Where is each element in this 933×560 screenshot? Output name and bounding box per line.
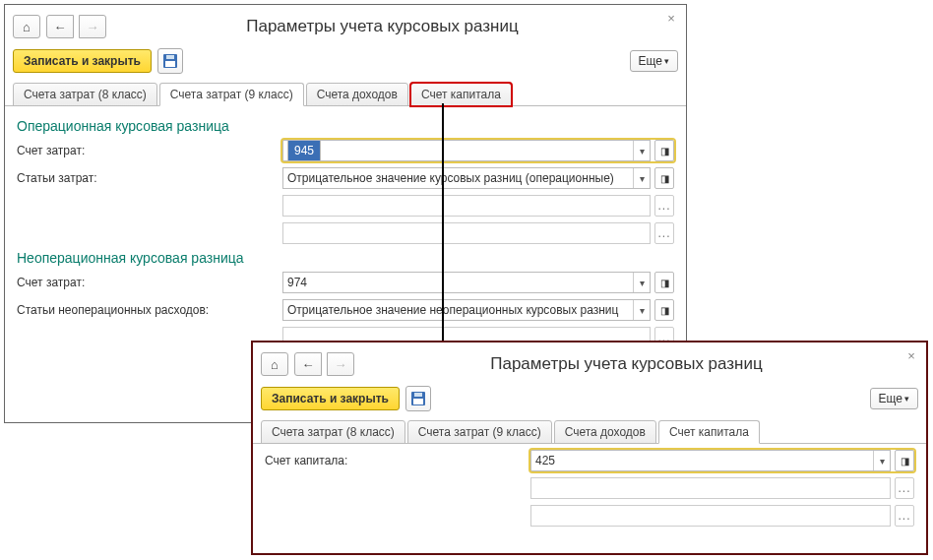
close-icon[interactable]: ×: [664, 11, 678, 26]
field-nonop-account[interactable]: 974▾ ◨: [282, 272, 674, 293]
home-button[interactable]: ⌂: [261, 352, 288, 376]
forward-button[interactable]: →: [79, 15, 106, 38]
titlebar: ⌂ ← → Параметры учета курсовых разниц: [253, 342, 926, 382]
tab-class8[interactable]: Счета затрат (8 класс): [261, 420, 405, 444]
tab-class9[interactable]: Счета затрат (9 класс): [159, 83, 304, 106]
forward-icon: →: [335, 357, 347, 372]
more-label: Еще: [639, 54, 662, 68]
dropdown-icon[interactable]: ▾: [633, 141, 650, 160]
field-op-account-value: 945: [287, 140, 321, 161]
floppy-icon: [411, 392, 425, 405]
home-icon: ⌂: [271, 357, 279, 372]
save-close-button[interactable]: Записать и закрыть: [261, 387, 400, 410]
window-title: Параметры учета курсовых разниц: [354, 354, 918, 374]
field-capital-account-value: 425: [535, 454, 873, 467]
field-op-account[interactable]: 945▾ ◨: [282, 140, 674, 161]
dropdown-icon[interactable]: ▾: [873, 451, 890, 470]
section-operational: Операционная курсовая разница: [17, 118, 674, 134]
toolbar: Записать и закрыть Еще▾: [253, 382, 926, 415]
empty-field[interactable]: ...: [530, 477, 914, 499]
field-nonop-item[interactable]: Отрицательное значение неоперационных ку…: [282, 299, 674, 321]
tab-capital[interactable]: Счет капитала: [658, 420, 760, 444]
save-close-button[interactable]: Записать и закрыть: [13, 49, 152, 73]
tab-bar: Счета затрат (8 класс) Счета затрат (9 к…: [5, 82, 686, 106]
field-capital-account[interactable]: 425▾ ◨: [530, 450, 914, 471]
ellipsis-icon[interactable]: ...: [895, 505, 914, 527]
close-icon[interactable]: ×: [904, 348, 918, 363]
home-icon: ⌂: [23, 20, 31, 34]
tab-class8[interactable]: Счета затрат (8 класс): [13, 83, 157, 106]
tab-bar: Счета затрат (8 класс) Счета затрат (9 к…: [253, 419, 926, 444]
ellipsis-icon[interactable]: ...: [654, 195, 674, 217]
tab-income[interactable]: Счета доходов: [306, 83, 408, 106]
save-button[interactable]: [405, 386, 431, 411]
tab-class9[interactable]: Счета затрат (9 класс): [407, 420, 552, 444]
back-icon: ←: [302, 357, 315, 372]
field-op-item-value: Отрицательное значение курсовых разниц (…: [287, 171, 633, 185]
open-icon[interactable]: ◨: [654, 272, 674, 293]
field-nonop-account-value: 974: [287, 276, 633, 289]
more-button[interactable]: Еще▾: [870, 388, 918, 409]
tab-capital[interactable]: Счет капитала: [410, 83, 512, 106]
dropdown-icon[interactable]: ▾: [633, 273, 650, 292]
field-nonop-item-value: Отрицательное значение неоперационных ку…: [287, 303, 633, 317]
dropdown-icon[interactable]: ▾: [633, 300, 650, 320]
chevron-down-icon: ▾: [904, 394, 909, 404]
floppy-icon: [163, 54, 177, 68]
open-icon[interactable]: ◨: [654, 140, 674, 161]
ellipsis-icon[interactable]: ...: [895, 477, 914, 499]
window-params-2: × ⌂ ← → Параметры учета курсовых разниц …: [251, 341, 928, 555]
back-button[interactable]: ←: [46, 15, 74, 38]
back-button[interactable]: ←: [294, 352, 322, 376]
label-nonop-account: Счет затрат:: [17, 276, 282, 289]
more-label: Еще: [879, 392, 902, 405]
field-op-item[interactable]: Отрицательное значение курсовых разниц (…: [282, 167, 674, 189]
empty-field[interactable]: ...: [282, 195, 674, 217]
empty-field[interactable]: ...: [530, 505, 914, 527]
label-expense-account: Счет затрат:: [17, 144, 282, 157]
section-nonoperational: Неоперационная курсовая разница: [17, 250, 674, 266]
forward-icon: →: [87, 20, 99, 34]
more-button[interactable]: Еще▾: [630, 50, 678, 72]
forward-button[interactable]: →: [327, 352, 354, 376]
back-icon: ←: [54, 20, 67, 34]
open-icon[interactable]: ◨: [895, 450, 914, 471]
tab-income[interactable]: Счета доходов: [554, 420, 656, 444]
save-button[interactable]: [157, 48, 183, 74]
toolbar: Записать и закрыть Еще▾: [5, 44, 686, 78]
chevron-down-icon: ▾: [664, 56, 669, 66]
label-expense-items: Статьи затрат:: [17, 171, 282, 185]
ellipsis-icon[interactable]: ...: [654, 222, 674, 244]
label-nonop-items: Статьи неоперационных расходов:: [17, 303, 282, 317]
dropdown-icon[interactable]: ▾: [633, 168, 650, 188]
window-title: Параметры учета курсовых разниц: [106, 17, 678, 36]
tab-content: Счет капитала: 425▾ ◨ ... ...: [253, 444, 926, 527]
empty-field[interactable]: ...: [282, 222, 674, 244]
open-icon[interactable]: ◨: [654, 167, 674, 189]
open-icon[interactable]: ◨: [654, 299, 674, 321]
home-button[interactable]: ⌂: [13, 15, 40, 38]
label-capital-account: Счет капитала:: [265, 454, 530, 467]
titlebar: ⌂ ← → Параметры учета курсовых разниц: [5, 5, 686, 44]
